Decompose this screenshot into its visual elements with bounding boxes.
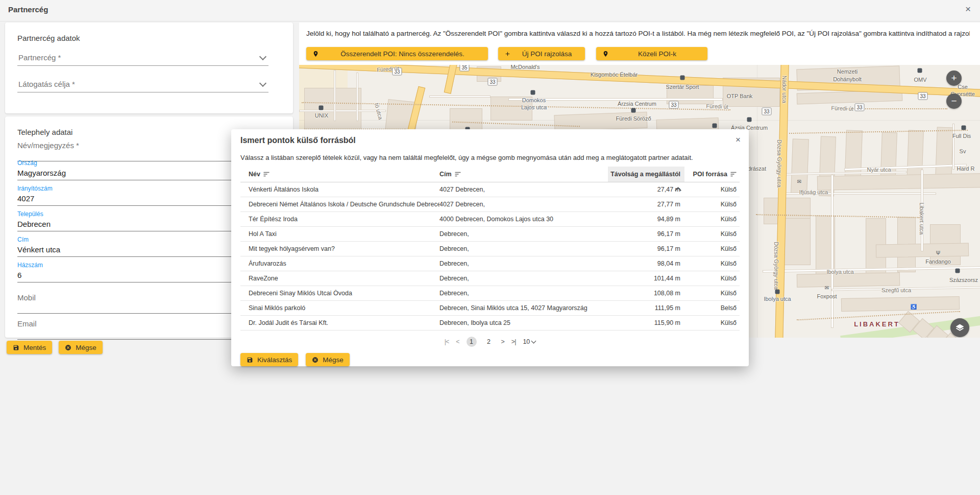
toolbar-button-label: Új POI rajzolása [515,50,579,58]
car-icon [319,106,324,110]
map-label-street: Szegfű utca [881,287,911,293]
sort-icon [730,172,737,177]
poi-table-body: Vénkerti Általános Iskola4027 Debrecen,2… [240,182,740,331]
cell: Vénkerti Általános Iskola [240,186,439,193]
table-row[interactable]: Dr. Jodál Judit és Társai Kft.Debrecen, … [240,316,740,331]
cell: RaveZone [240,275,439,282]
table-row[interactable]: RaveZoneDebrecen,101,44 mKülső [240,271,740,286]
column-header-2[interactable]: Cím [439,171,608,178]
fork-icon: Ψ [936,251,940,256]
modal-title: Ismert pontok külső forrásból [240,129,740,145]
cell: 115,90 m [608,319,684,326]
cell: 101,44 m [608,275,684,282]
tooth-icon [713,124,717,128]
cell: Külső [684,216,738,223]
table-row[interactable]: Debreceni Sinay Miklós Utcai ÓvodaDebrec… [240,286,740,301]
mail-icon: ✉ [797,179,801,184]
modal-close-icon[interactable]: × [736,135,741,145]
cell: Külső [684,245,738,252]
cell: 4027 Debrecen, [439,186,608,193]
cell: Debreceni Sinay Miklós Utcai Óvoda [240,290,439,297]
cancel-icon [65,344,71,351]
select-field-1[interactable]: Látogatás célja * [17,77,268,92]
window-close-icon[interactable]: × [965,4,971,15]
map-label-poi: Füredi Söröző [616,115,651,122]
table-row[interactable]: Mit tegyek hólyagsérvem van?Debrecen,96,… [240,242,740,256]
select-placeholder: Partnercég * [18,53,61,62]
page-size-value: 10 [523,338,530,345]
section-title: Telephely adatai [17,128,72,136]
save-button[interactable]: Mentés [7,341,52,354]
page-size-select[interactable]: 10 [523,338,535,345]
toolbar-button-2[interactable]: Közeli POI-k [596,47,707,60]
map-label-stop: Domokos [522,97,546,103]
zoom-in-button[interactable]: + [946,70,962,86]
map-label-street: Nyár utca [867,167,891,173]
page-button-2[interactable]: 2 [484,337,494,347]
cell: Árufuvarozás [240,260,439,267]
map-toolbar-panel: Jelöld ki, hogy hol található a partnerc… [299,22,980,65]
map-pin-icon [312,50,319,58]
layers-icon [955,323,965,333]
map-label-street: Ibolya utca [826,269,853,275]
cell: 111,95 m [608,304,684,312]
modal-description: Válassz a listában szereplő tételek közü… [240,154,740,161]
known-points-modal: Ismert pontok külső forrásból × Válassz … [231,129,749,366]
pagination: |<<12>>|10 [240,337,740,347]
table-row[interactable]: Tér Építész Iroda4000 Debrecen, Domokos … [240,212,740,227]
map-label-poi: OMV [914,77,926,83]
poi-table: NévCímTávolság a megállástólPOI forrása … [240,167,740,331]
select-field-0[interactable]: Partnercég * [17,50,268,66]
table-row[interactable]: Vénkerti Általános Iskola4027 Debrecen,2… [240,182,740,197]
sort-icon [455,172,461,177]
modal-cancel-button[interactable]: Mégse [306,353,350,366]
select-placeholder: Látogatás célja * [18,80,75,88]
toolbar-button-1[interactable]: Új POI rajzolása [498,47,585,60]
cell: Külső [684,275,738,282]
chevron-down-icon [259,80,266,87]
map-label-poi: McDonald's [510,65,540,70]
route-shield: 33 [487,78,497,86]
map-label-poi: drászat [748,166,766,172]
cell: 4027 Debrecen, [439,201,608,208]
table-row[interactable]: Debreceni Német Általános Iskola / Deuts… [240,197,740,212]
cell: Külső [684,290,738,297]
cell: Debrecen, Ibolya utca 25 [439,319,608,326]
wheel-icon: ♿ [911,304,917,310]
cell: Tér Építész Iroda [240,216,439,223]
map-label-street: Ifjúság utca [799,189,828,195]
map-label-stop: Ibolya utca [764,296,791,302]
table-row[interactable]: ÁrufuvarozásDebrecen,98,04 mKülső [240,256,740,271]
page-button-1[interactable]: 1 [467,337,477,347]
map-label-street: Dózsa György utca [776,139,782,187]
table-row[interactable]: Sinai Miklós parkolóDebrecen, Sinai Mikl… [240,301,740,316]
poi-table-header: NévCímTávolság a megállástólPOI forrása [240,167,740,182]
toolbar-button-0[interactable]: Összerendelt POI: Nincs összerendelés. [306,47,488,60]
column-header-4[interactable]: POI forrása [684,171,738,178]
map-label-poi: Szertár Sport [666,84,699,90]
column-label: Távolság a megállástól [610,171,680,178]
map-label-stop: Lajos utca [521,104,547,110]
select-button[interactable]: Kiválasztás [240,353,298,366]
route-shield: 35 [459,65,469,72]
cell: Mit tegyek hólyagsérvem van? [240,245,439,252]
fuel-icon [918,68,922,73]
cancel-button[interactable]: Mégse [59,341,103,354]
column-header-1[interactable]: Név [240,171,439,178]
cell: Külső [684,201,738,208]
prev-page-icon[interactable]: < [456,338,459,345]
cell: Külső [684,260,738,267]
cell: Külső [684,230,738,238]
table-row[interactable]: Hol A TaxiDebrecen,96,17 mKülső [240,227,740,242]
map-label-poi: Foxpost [817,293,837,299]
zoom-out-button[interactable]: − [946,93,962,109]
cell: Debreceni Német Általános Iskola / Deuts… [240,201,439,208]
toolbar-buttons: Összerendelt POI: Nincs összerendelés.Új… [306,47,707,60]
bag-icon [680,76,685,80]
next-page-icon[interactable]: > [501,338,504,345]
layers-button[interactable] [950,318,969,337]
cell: 27,47 m [608,186,684,193]
column-header-3[interactable]: Távolság a megállástól [608,167,684,182]
last-page-icon[interactable]: >| [511,338,516,345]
first-page-icon[interactable]: |< [445,338,449,345]
